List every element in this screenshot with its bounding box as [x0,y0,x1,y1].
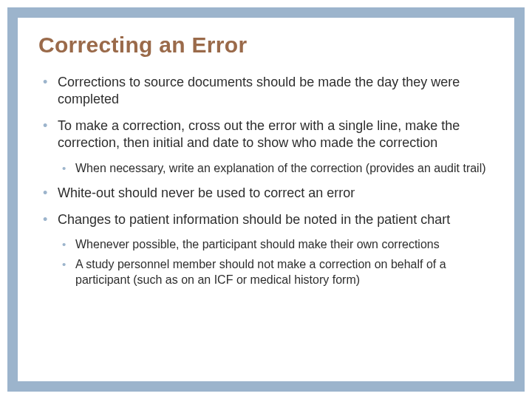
bullet-item: Corrections to source documents should b… [38,74,494,109]
slide-frame: Correcting an Error Corrections to sourc… [7,7,525,392]
bullet-item: To make a correction, cross out the erro… [38,117,494,152]
bullet-list: Corrections to source documents should b… [38,74,494,152]
sub-list-wrapper: Whenever possible, the participant shoul… [38,237,494,287]
sub-bullet-list: When necessary, write an explanation of … [58,161,494,177]
bullet-list: White-out should never be used to correc… [38,185,494,228]
sub-list-wrapper: When necessary, write an explanation of … [38,161,494,177]
sub-bullet-item: A study personnel member should not make… [58,257,494,288]
sub-bullet-item: Whenever possible, the participant shoul… [58,237,494,253]
bullet-item: White-out should never be used to correc… [38,185,494,202]
sub-bullet-item: When necessary, write an explanation of … [58,161,494,177]
bullet-item: Changes to patient information should be… [38,211,494,228]
slide-title: Correcting an Error [38,33,494,58]
sub-bullet-list: Whenever possible, the participant shoul… [58,237,494,287]
